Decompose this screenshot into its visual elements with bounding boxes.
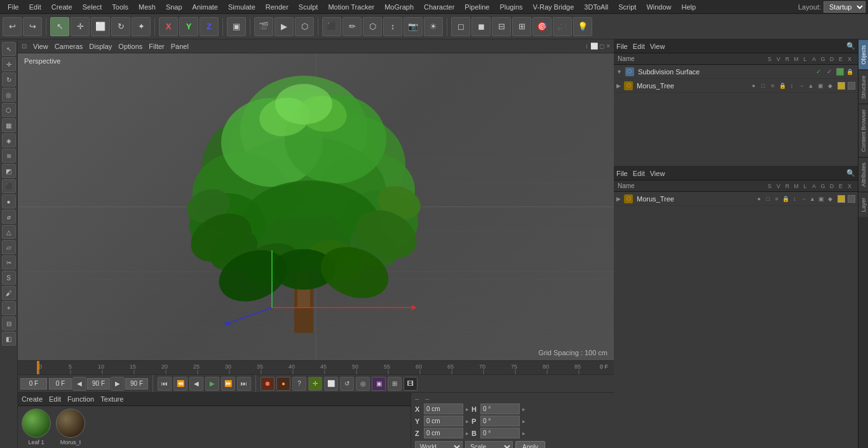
render-btn[interactable]: 🎬	[254, 17, 273, 36]
scale-mode-button[interactable]: ⬜	[91, 17, 110, 36]
render-region-btn[interactable]: ⬡	[295, 17, 314, 36]
mode-btn[interactable]: ▣	[372, 377, 386, 391]
obj-menu-view[interactable]: View	[650, 43, 665, 50]
mat-menu-texture[interactable]: Texture	[100, 395, 123, 403]
tool-poly-select[interactable]: ◈	[2, 133, 16, 147]
deform-btn[interactable]: ↕	[383, 17, 402, 36]
scale-dropdown[interactable]: Scale	[465, 441, 513, 448]
grid-pb-btn[interactable]: ⊞	[388, 377, 402, 391]
attr-menu-view[interactable]: View	[650, 170, 665, 177]
tool-cone[interactable]: △	[2, 225, 16, 239]
step-back-btn[interactable]: ⏪	[173, 377, 187, 391]
menu-sculpt[interactable]: Sculpt	[294, 2, 323, 12]
redo-button[interactable]: ↪	[23, 17, 42, 36]
menu-snap[interactable]: Snap	[161, 2, 187, 12]
vp-menu-view[interactable]: View	[33, 43, 48, 50]
tool-live-select[interactable]: ⬡	[2, 103, 16, 117]
axis-z-button[interactable]: Z	[200, 17, 219, 36]
axis-x-button[interactable]: X	[159, 17, 178, 36]
step-down-btn[interactable]: ◀	[72, 377, 86, 391]
step-up-btn[interactable]: ▶	[111, 377, 125, 391]
help-btn[interactable]: ?	[292, 377, 306, 391]
vtab-objects[interactable]: Objects	[858, 39, 868, 70]
vp-menu-display[interactable]: Display	[89, 43, 112, 50]
step-forward-btn[interactable]: ⏩	[221, 377, 235, 391]
obj-menu-edit[interactable]: Edit	[633, 43, 645, 50]
current-frame-field[interactable]	[20, 378, 47, 390]
undo-button[interactable]: ↩	[3, 17, 22, 36]
bounce-btn[interactable]: ◎	[356, 377, 370, 391]
tool-brush[interactable]: 🖌	[2, 286, 16, 300]
cube-btn[interactable]: ⬛	[322, 17, 341, 36]
mat-menu-function[interactable]: Function	[67, 395, 94, 403]
tool-move2[interactable]: ✛	[2, 57, 16, 71]
coord-y-field1[interactable]	[424, 416, 463, 426]
attr-row-morus[interactable]: ▶ ⬡ Morus_Tree ● □ ≡ 🔒 ↕ → ▲ ▣ ◆	[614, 192, 858, 206]
timeline-bar[interactable]: 0 5 10 15 20 25 30	[18, 360, 614, 374]
light2-btn[interactable]: 💡	[573, 17, 592, 36]
tool-zoom-view[interactable]: ◎	[2, 88, 16, 102]
goto-end-btn[interactable]: ⏭	[237, 377, 251, 391]
coord-p-field[interactable]	[480, 416, 520, 426]
menu-window[interactable]: Window	[641, 2, 676, 12]
vtab-structure[interactable]: Structure	[858, 70, 868, 104]
cam-anim-btn[interactable]: 🎥	[553, 17, 572, 36]
apply-button[interactable]: Apply	[515, 441, 545, 448]
obj-row-subdiv[interactable]: ▼ ⬡ Subdivision Surface ✓ ✓ 🔒	[614, 65, 858, 79]
selection-pb[interactable]: ⬜	[324, 377, 338, 391]
move-mode-button[interactable]: ✛	[71, 17, 90, 36]
tool-edge[interactable]: ◧	[2, 332, 16, 346]
menu-help[interactable]: Help	[677, 2, 702, 12]
menu-edit[interactable]: Edit	[24, 2, 46, 12]
vtab-attributes[interactable]: Attributes	[858, 157, 868, 192]
menu-create[interactable]: Create	[46, 2, 78, 12]
tool-plane[interactable]: ▱	[2, 240, 16, 254]
end-frame-field1[interactable]	[87, 378, 110, 390]
attr-menu-file[interactable]: File	[616, 170, 628, 177]
autokey-btn[interactable]: ●	[276, 377, 290, 391]
select-mode-button[interactable]: ↖	[50, 17, 69, 36]
menu-tools[interactable]: Tools	[107, 2, 133, 12]
coord-z-field1[interactable]	[424, 428, 463, 438]
tool-sphere[interactable]: ●	[2, 194, 16, 208]
vtab-content-browser[interactable]: Content Browser	[858, 104, 868, 157]
vtab-layer[interactable]: Layer	[858, 192, 868, 217]
coord-b-field[interactable]	[480, 428, 520, 438]
material-item-bark[interactable]: Morus_t	[56, 409, 85, 445]
record-btn[interactable]: ⏺	[261, 377, 275, 391]
obj-menu-file[interactable]: File	[616, 43, 628, 50]
tool-cylinder[interactable]: ⌀	[2, 210, 16, 224]
material-item-leaf[interactable]: Leaf 1	[22, 409, 51, 445]
3d-viewport[interactable]: Perspective	[18, 53, 614, 360]
menu-simulate[interactable]: Simulate	[223, 2, 261, 12]
mat-menu-edit[interactable]: Edit	[49, 395, 61, 403]
vp-menu-panel[interactable]: Panel	[171, 43, 189, 50]
object-btn[interactable]: ▣	[227, 17, 246, 36]
move-tool-pb[interactable]: ✛	[308, 377, 322, 391]
tool-rotate-view[interactable]: ↻	[2, 72, 16, 86]
camera-btn[interactable]: 📷	[403, 17, 423, 36]
menu-3dtoall[interactable]: 3DToAll	[579, 2, 613, 12]
coord-x-field1[interactable]	[424, 404, 463, 414]
light-btn[interactable]: ☀	[424, 17, 443, 36]
tool-box-select[interactable]: ▦	[2, 118, 16, 132]
menu-select[interactable]: Select	[78, 2, 107, 12]
tool-knife[interactable]: ✂	[2, 255, 16, 269]
shade-1-btn[interactable]: ◻	[451, 17, 470, 36]
sds-btn[interactable]: ⬡	[363, 17, 382, 36]
tool-grid2[interactable]: ⊟	[2, 316, 16, 330]
menu-motion-tracker[interactable]: Motion Tracker	[323, 2, 379, 12]
universal-mode-button[interactable]: ✦	[132, 17, 151, 36]
shade-2-btn[interactable]: ◼	[471, 17, 491, 36]
play-forward-btn[interactable]: ▶	[205, 377, 219, 391]
tool-free-select[interactable]: ≋	[2, 149, 16, 163]
tool-magnet[interactable]: ⌖	[2, 301, 16, 315]
obj-search-btn[interactable]: 🔍	[846, 42, 855, 50]
mat-menu-create[interactable]: Create	[22, 395, 43, 403]
menu-plugins[interactable]: Plugins	[494, 2, 527, 12]
loop-btn[interactable]: ↺	[340, 377, 354, 391]
grid-btn[interactable]: ⊞	[512, 17, 531, 36]
tool-paint[interactable]: S	[2, 271, 16, 285]
axis-y-button[interactable]: Y	[179, 17, 198, 36]
vp-menu-cameras[interactable]: Cameras	[55, 43, 83, 50]
